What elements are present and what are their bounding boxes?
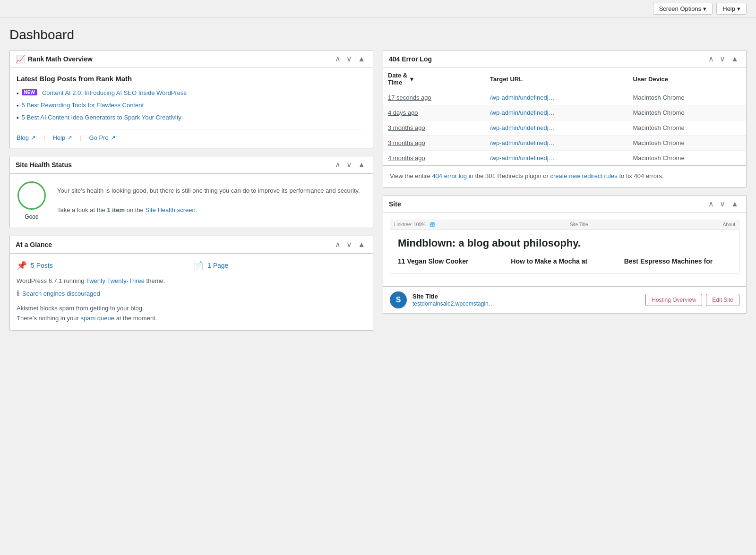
sort-icon[interactable]: ▾ xyxy=(410,76,413,83)
left-column: 📈 Rank Math Overview ∧ ∨ ▲ Latest Blog P… xyxy=(9,50,378,331)
error-log-link[interactable]: 404 error log xyxy=(432,172,467,179)
move-up-button[interactable]: ▲ xyxy=(729,54,740,64)
akismet-text: Akismet blocks spam from getting to your… xyxy=(17,304,366,324)
hosting-overview-button[interactable]: Hosting Overview xyxy=(645,294,702,306)
device-column-header: User Device xyxy=(628,68,746,90)
go-pro-link[interactable]: Go Pro ↗ xyxy=(89,134,116,141)
site-widget-title: Site xyxy=(389,200,401,208)
site-title-nav: Site Title xyxy=(570,222,588,227)
blog-post-link[interactable]: Content AI 2.0: Introducing AI SEO Insid… xyxy=(42,89,187,96)
collapse-down-button[interactable]: ∨ xyxy=(344,160,354,170)
about-nav-link: About xyxy=(723,222,735,227)
error-url: /wp-admin/undefinedj… xyxy=(485,151,628,166)
collapse-up-button[interactable]: ∧ xyxy=(333,54,343,64)
rank-math-icon: 📈 xyxy=(16,55,25,64)
right-column: 404 Error Log ∧ ∨ ▲ Date &Time ▾ xyxy=(378,50,747,331)
external-link-icon: ↗ xyxy=(111,134,116,141)
error-log-footer: View the entire 404 error log in the 301… xyxy=(383,165,746,187)
table-row: 3 months ago /wp-admin/undefinedj… Macin… xyxy=(383,136,746,151)
collapse-up-button[interactable]: ∧ xyxy=(706,54,716,64)
date-column-header: Date &Time ▾ xyxy=(383,68,485,90)
site-headline: Mindblown: a blog about philosophy. xyxy=(398,237,731,249)
site-widget-header: Site ∧ ∨ ▲ xyxy=(383,196,746,213)
error-date: 17 seconds ago xyxy=(383,90,485,105)
posts-stat: 📌 5 Posts xyxy=(17,260,189,271)
rank-math-section-title: Latest Blog Posts from Rank Math xyxy=(17,75,366,83)
site-widget: Site ∧ ∨ ▲ Linktree: 100% 🌐 Site Title A… xyxy=(383,195,747,314)
site-health-controls: ∧ ∨ ▲ xyxy=(333,160,367,170)
move-up-button[interactable]: ▲ xyxy=(356,54,367,64)
chevron-down-icon: ▾ xyxy=(703,5,706,12)
posts-link[interactable]: 5 Posts xyxy=(31,262,53,269)
site-preview-topbar: Linktree: 100% 🌐 Site Title About xyxy=(390,220,739,230)
spam-queue-link[interactable]: spam queue xyxy=(80,315,114,322)
blog-link[interactable]: Blog ↗ xyxy=(17,134,36,141)
page-title: Dashboard xyxy=(0,18,756,50)
collapse-up-button[interactable]: ∧ xyxy=(706,199,716,209)
top-bar: Screen Options ▾ Help ▾ xyxy=(0,0,756,18)
screen-options-button[interactable]: Screen Options ▾ xyxy=(653,3,713,15)
error-log-widget: 404 Error Log ∧ ∨ ▲ Date &Time ▾ xyxy=(383,50,747,188)
site-preview: Linktree: 100% 🌐 Site Title About Mindbl… xyxy=(390,220,739,274)
collapse-down-button[interactable]: ∨ xyxy=(718,199,727,209)
site-domain-link[interactable]: testdomainsale2.wpcomstagin… xyxy=(412,300,494,307)
site-health-widget: Site Health Status ∧ ∨ ▲ Good Your site’… xyxy=(9,156,373,228)
redirect-rules-link[interactable]: create new redirect rules xyxy=(550,172,617,179)
collapse-down-button[interactable]: ∨ xyxy=(344,54,354,64)
at-a-glance-controls: ∧ ∨ ▲ xyxy=(333,240,367,249)
theme-link[interactable]: Twenty Twenty-Three xyxy=(86,277,145,284)
search-engines-link[interactable]: Search engines discouraged xyxy=(22,290,100,297)
wp-info: WordPress 6.7.1 running Twenty Twenty-Th… xyxy=(17,277,366,284)
separator: | xyxy=(43,134,45,141)
move-up-button[interactable]: ▲ xyxy=(356,160,367,170)
collapse-up-button[interactable]: ∧ xyxy=(333,160,343,170)
blog-posts-list: NEW Content AI 2.0: Introducing AI SEO I… xyxy=(17,89,366,121)
list-item: NEW Content AI 2.0: Introducing AI SEO I… xyxy=(17,89,366,97)
help-link[interactable]: Help ↗ xyxy=(52,134,72,141)
collapse-down-button[interactable]: ∨ xyxy=(718,54,727,64)
rank-math-footer: Blog ↗ | Help ↗ | Go Pro ↗ xyxy=(17,129,366,141)
globe-icon: 🌐 xyxy=(430,222,435,227)
error-date: 3 months ago xyxy=(383,120,485,136)
dashboard-columns: 📈 Rank Math Overview ∧ ∨ ▲ Latest Blog P… xyxy=(0,50,756,331)
url-column-header: Target URL xyxy=(485,68,628,90)
glance-stats: 📌 5 Posts 📄 1 Page xyxy=(17,260,366,271)
error-log-header: 404 Error Log ∧ ∨ ▲ xyxy=(383,51,746,68)
blog-post-link[interactable]: 5 Best Rewording Tools for Flawless Cont… xyxy=(22,102,144,109)
site-info: Site Title testdomainsale2.wpcomstagin… xyxy=(412,293,640,307)
collapse-down-button[interactable]: ∨ xyxy=(344,240,354,249)
table-row: 4 days ago /wp-admin/undefinedj… Macinto… xyxy=(383,105,746,120)
info-icon: ℹ xyxy=(17,289,19,298)
preview-post-2: How to Make a Mocha at xyxy=(511,257,618,266)
error-log-title: 404 Error Log xyxy=(389,55,432,63)
at-a-glance-title: At a Glance xyxy=(16,241,52,248)
error-table: Date &Time ▾ Target URL User Device 17 s… xyxy=(383,68,746,165)
help-button[interactable]: Help ▾ xyxy=(716,3,747,15)
site-health-link[interactable]: Site Health screen xyxy=(145,206,195,213)
move-up-button[interactable]: ▲ xyxy=(729,199,740,209)
date-sort: Date &Time ▾ xyxy=(388,72,481,86)
preview-post-3: Best Espresso Machines for xyxy=(624,257,731,266)
health-description: Your site’s health is looking good, but … xyxy=(57,186,360,215)
table-row: 4 months ago /wp-admin/undefinedj… Macin… xyxy=(383,151,746,166)
move-up-button[interactable]: ▲ xyxy=(356,240,367,249)
site-health-title: Site Health Status xyxy=(16,161,72,169)
blog-post-link[interactable]: 5 Best AI Content Idea Generators to Spa… xyxy=(22,114,181,121)
search-engines-notice: ℹ Search engines discouraged xyxy=(17,289,366,298)
error-device: Macintosh Chrome xyxy=(628,151,746,166)
help-label: Help xyxy=(722,5,735,12)
site-widget-controls: ∧ ∨ ▲ xyxy=(706,199,740,209)
at-a-glance-header: At a Glance ∧ ∨ ▲ xyxy=(10,236,373,254)
collapse-up-button[interactable]: ∧ xyxy=(333,240,343,249)
error-device: Macintosh Chrome xyxy=(628,120,746,136)
rank-math-title: 📈 Rank Math Overview xyxy=(16,55,93,64)
site-actions: Hosting Overview Edit Site xyxy=(645,294,739,306)
edit-site-button[interactable]: Edit Site xyxy=(706,294,739,306)
site-health-body: Good Your site’s health is looking good,… xyxy=(10,174,373,228)
at-a-glance-body: 📌 5 Posts 📄 1 Page WordPress 6.7.1 runni… xyxy=(10,254,373,330)
error-device: Macintosh Chrome xyxy=(628,136,746,151)
new-badge: NEW xyxy=(22,89,37,95)
table-row: 17 seconds ago /wp-admin/undefinedj… Mac… xyxy=(383,90,746,105)
error-url: /wp-admin/undefinedj… xyxy=(485,136,628,151)
pages-link[interactable]: 1 Page xyxy=(207,262,228,269)
